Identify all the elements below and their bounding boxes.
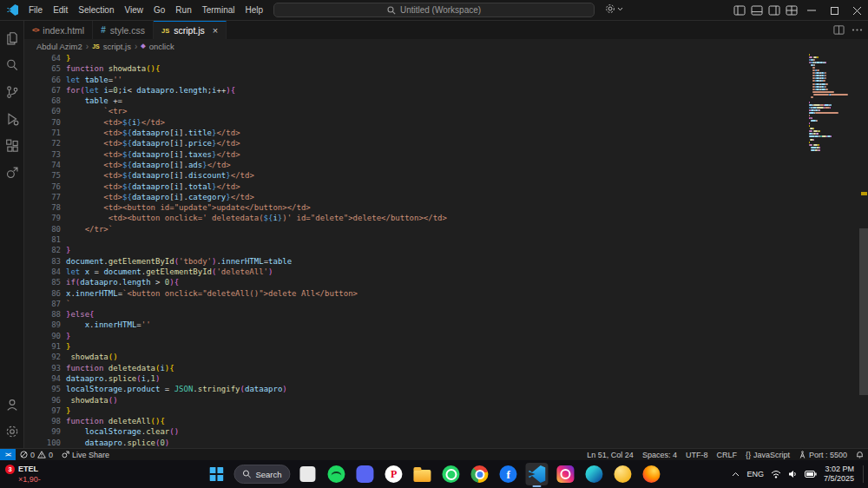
code-line-64[interactable]: 64} [24,53,868,63]
tab-script.js[interactable]: JSscript.js× [154,21,227,39]
code-line-68[interactable]: 68 table += [24,96,868,106]
taskbar-app-firefox[interactable] [641,463,663,485]
taskbar-app-vscode[interactable] [526,463,549,485]
split-editor-icon[interactable] [833,24,845,36]
code-line-74[interactable]: 74 <td>${dataapro[i].ads}</td> [24,160,868,170]
code-line-67[interactable]: 67for(let i=0;i< dataapro.length;i++){ [24,85,868,96]
more-actions-icon[interactable] [852,28,863,32]
code-line-95[interactable]: 95localStorage.product = JSON.stringify(… [24,384,868,394]
breadcrumb-item[interactable]: onclick [149,42,174,51]
taskbar-app-file-explorer[interactable] [411,463,434,485]
taskbar-app-app-light[interactable] [297,463,319,485]
code-line-100[interactable]: 100 dataapro.splice(0) [24,438,868,448]
battery-icon[interactable] [805,471,817,478]
taskbar-search[interactable]: Search [233,465,290,484]
code-line-88[interactable]: 88}else{ [24,309,868,320]
minimize-button[interactable] [800,0,823,21]
code-line-90[interactable]: 90} [24,331,868,341]
close-button[interactable] [845,0,868,21]
toggle-sidebar-icon[interactable] [731,0,748,21]
menu-edit[interactable]: Edit [48,0,73,21]
code-line-80[interactable]: 80 </tr>` [24,224,868,234]
code-line-96[interactable]: 96 showdata() [24,395,868,406]
code-line-69[interactable]: 69 `<tr> [24,106,868,116]
vscode-logo-icon[interactable] [7,4,18,16]
code-line-75[interactable]: 75 <td>${dataapro[i].discount}</td> [24,170,868,181]
taskbar-app-app-gold[interactable] [612,463,635,485]
menu-selection[interactable]: Selection [73,0,119,21]
widgets-button[interactable]: 3 ETEL ×1,90- [5,464,41,485]
code-line-94[interactable]: 94dataapro.splice(i,1) [24,373,868,384]
command-center-search[interactable]: Untitled (Workspace) [273,3,595,17]
menu-help[interactable]: Help [240,0,269,21]
code-line-79[interactable]: 79 <td><button onclick=' deletedata(${i}… [24,213,868,223]
taskbar-clock[interactable]: 3:02 PM 7/5/2025 [824,465,854,484]
code-line-86[interactable]: 86x.innerHTML=`<button onclick="deleteAl… [24,288,868,299]
extensions-icon[interactable] [0,132,24,159]
tab-index.html[interactable]: <>index.html [24,21,93,39]
code-line-70[interactable]: 70 <td>${i}</td> [24,117,868,128]
indentation[interactable]: Spaces: 4 [638,449,681,460]
cursor-position[interactable]: Ln 51, Col 24 [582,449,638,460]
code-line-66[interactable]: 66let table='' [24,75,868,85]
language-mode[interactable]: {} JavaScript [741,449,794,460]
menu-run[interactable]: Run [170,0,196,21]
search-view-icon[interactable] [0,51,24,78]
menu-file[interactable]: File [23,0,48,21]
taskbar-app-whatsapp[interactable] [440,463,463,485]
code-line-87[interactable]: 87` [24,299,868,309]
toggle-secondary-sidebar-icon[interactable] [766,0,783,21]
code-line-78[interactable]: 78 <td><button id="update">update</butto… [24,202,868,213]
taskbar-app-chrome[interactable] [469,463,491,485]
code-line-73[interactable]: 73 <td>${dataapro[i].taxes}</td> [24,149,868,160]
account-icon[interactable] [0,391,24,418]
tab-style.css[interactable]: #style.css [93,21,154,39]
volume-icon[interactable] [788,470,798,478]
code-line-93[interactable]: 93function deletedata(i){ [24,363,868,373]
encoding[interactable]: UTF-8 [681,449,713,460]
menu-go[interactable]: Go [148,0,170,21]
explorer-icon[interactable] [0,24,24,51]
show-desktop-button[interactable] [863,465,865,483]
vertical-scrollbar[interactable] [859,53,868,448]
remote-indicator[interactable]: >< [0,449,16,460]
live-server-port[interactable]: Port : 5500 [794,449,852,460]
menu-terminal[interactable]: Terminal [197,0,240,21]
taskbar-app-discord[interactable] [354,463,377,485]
hidden-icons-chevron[interactable] [732,472,740,477]
code-line-92[interactable]: 92 showdata() [24,352,868,362]
settings-gear-icon[interactable] [0,418,24,445]
notifications-bell[interactable] [852,449,868,460]
code-line-97[interactable]: 97} [24,406,868,416]
source-control-icon[interactable] [0,78,24,105]
toggle-panel-icon[interactable] [748,0,766,21]
code-line-84[interactable]: 84let x = document.getElementById('delet… [24,267,868,277]
code-line-83[interactable]: 83document.getElementById('tbody').inner… [24,256,868,267]
code-line-98[interactable]: 98function deleteAll(){ [24,416,868,426]
code-line-82[interactable]: 82} [24,245,868,255]
breadcrumb-item[interactable]: script.js [103,42,131,51]
eol-selector[interactable]: CRLF [712,449,741,460]
close-tab-icon[interactable]: × [213,26,218,36]
code-line-71[interactable]: 71 <td>${dataapro[i].title}</td> [24,128,868,138]
taskbar-app-spotify[interactable] [326,463,348,485]
breadcrumb-item[interactable]: Abdul Azim2 [36,42,82,51]
code-line-77[interactable]: 77 <td>${dataapro[i].category}</td> [24,192,868,202]
language-indicator[interactable]: ENG [746,470,764,478]
code-line-99[interactable]: 99 localStorage.clear() [24,426,868,437]
taskbar-app-edge[interactable] [583,463,606,485]
menu-view[interactable]: View [120,0,149,21]
start-button[interactable] [205,463,227,485]
code-line-91[interactable]: 91} [24,341,868,352]
live-share-view-icon[interactable] [0,159,24,186]
taskbar-app-pinterest[interactable] [383,463,405,485]
code-line-85[interactable]: 85if(dataapro.length > 0){ [24,277,868,287]
scrollbar-thumb[interactable] [859,228,868,395]
code-line-76[interactable]: 76 <td>${dataapro[i].total}</td> [24,181,868,192]
code-line-89[interactable]: 89 x.innerHTML='' [24,320,868,330]
minimap[interactable] [809,54,859,152]
maximize-button[interactable] [823,0,845,21]
code-line-81[interactable]: 81 [24,234,868,245]
settings-dropdown[interactable] [605,3,623,14]
code-line-72[interactable]: 72 <td>${dataapro[i].price}</td> [24,138,868,148]
